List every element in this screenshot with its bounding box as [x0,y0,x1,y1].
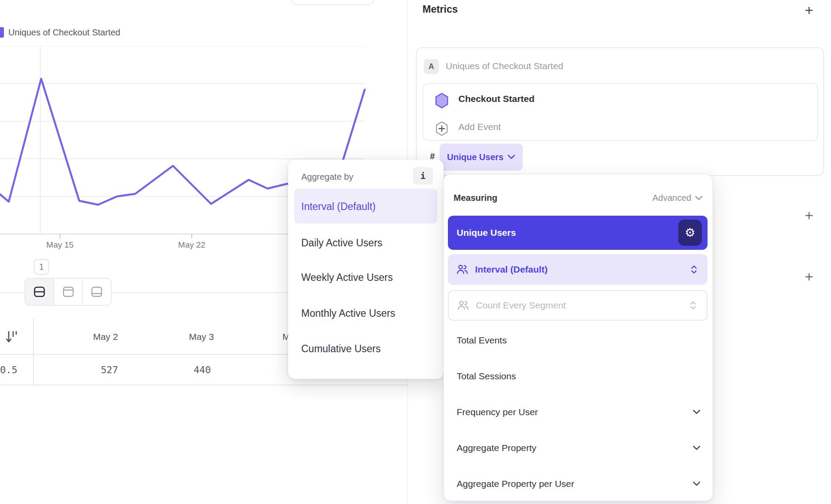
layout-chart-only-button[interactable] [53,279,82,305]
aggregate-by-title: Aggregate by [301,172,353,182]
measuring-popup: Measuring Advanced Unique Users ⚙ [444,174,713,501]
metric-name-placeholder[interactable]: Uniques of Checkout Started [446,61,563,71]
menu-item-weekly[interactable]: Weekly Active Users [288,264,444,290]
split-horizontal-icon [33,285,46,298]
event-hexagon-icon [435,93,449,108]
segment-selector-row[interactable]: Count Every Segment [448,290,708,321]
advanced-toggle[interactable]: Advanced [652,193,703,203]
chevron-down-icon [507,154,515,160]
pagination-badge[interactable]: 1 [34,259,49,275]
chevron-down-icon [695,196,703,201]
item-label: Total Sessions [457,371,516,382]
segment-option-label: Count Every Segment [476,300,566,311]
table-header-cell[interactable]: May 3 [171,332,232,342]
measuring-title: Measuring [454,193,497,203]
measuring-item-aggregate-property[interactable]: Aggregate Property [457,435,701,461]
layout-table-only-button[interactable] [82,279,111,305]
unfold-icon [690,264,698,275]
chevron-down-icon [693,481,701,486]
unfold-icon [689,300,697,311]
insights-screen: Uniques of Checkout Started May 15 May 2… [0,0,831,504]
table-cell: 440 [172,364,233,375]
table-header-cell[interactable]: May 2 [75,332,136,342]
measuring-option-unique-users[interactable]: Unique Users ⚙ [448,216,708,250]
menu-item-interval[interactable]: Interval (Default) [288,193,444,220]
table-row-label: 0.5 [0,364,23,375]
chart-legend[interactable]: Uniques of Checkout Started [0,27,120,38]
chevron-down-icon [693,410,701,415]
info-icon[interactable]: i [413,167,433,185]
menu-item-daily[interactable]: Daily Active Users [288,230,444,256]
table-cell: 527 [79,364,140,375]
item-label: Frequency per User [457,407,538,417]
measurement-chip[interactable]: Unique Users [440,144,523,171]
metric-letter-badge: A [424,59,439,74]
item-label: Aggregate Property per User [457,479,574,489]
interval-selector-row[interactable]: Interval (Default) [448,254,708,285]
split-top-icon [62,285,75,298]
layout-split-middle-button[interactable] [25,279,53,305]
add-metric-button[interactable]: + [801,3,817,18]
add-breakdown-button[interactable]: + [801,269,817,285]
event-name[interactable]: Checkout Started [458,94,535,104]
selected-option-label: Unique Users [457,228,516,238]
metric-card: A Uniques of Checkout Started Checkout S… [416,47,824,176]
measuring-item-total-sessions[interactable]: Total Sessions [457,363,701,389]
users-icon [457,264,468,275]
aggregate-by-popup: Aggregate by i Interval (Default) Daily … [288,160,444,379]
chevron-down-icon [693,445,701,451]
item-label: Total Events [457,335,507,346]
add-filter-button[interactable]: + [801,208,817,224]
layout-segmented-control [25,278,112,306]
measuring-item-frequency-per-user[interactable]: Frequency per User [457,399,701,425]
event-card: Checkout Started Add Event [423,83,818,141]
advanced-label: Advanced [652,193,691,203]
sort-descending-icon[interactable] [5,329,19,345]
users-icon [458,300,469,311]
measuring-item-aggregate-property-per-user[interactable]: Aggregate Property per User [457,471,701,497]
measuring-item-total-events[interactable]: Total Events [457,327,701,354]
menu-item-monthly[interactable]: Monthly Active Users [288,300,444,326]
legend-swatch [0,27,4,38]
metrics-panel-title: Metrics [423,4,458,15]
x-axis-tick-label: May 22 [165,240,218,250]
menu-item-cumulative[interactable]: Cumulative Users [288,336,444,362]
legend-label: Uniques of Checkout Started [8,28,120,38]
table-column-divider [33,318,34,385]
measurement-chip-label: Unique Users [447,152,504,162]
add-event-label[interactable]: Add Event [458,122,501,132]
gear-icon[interactable]: ⚙ [678,220,702,246]
table-row-divider [0,385,408,385]
interval-option-label: Interval (Default) [475,264,548,275]
split-bottom-icon [90,285,103,298]
toolbar-pill-partial[interactable] [291,0,374,5]
x-axis-tick-label: May 15 [34,240,86,250]
add-event-icon[interactable] [435,121,449,136]
item-label: Aggregate Property [457,443,536,453]
